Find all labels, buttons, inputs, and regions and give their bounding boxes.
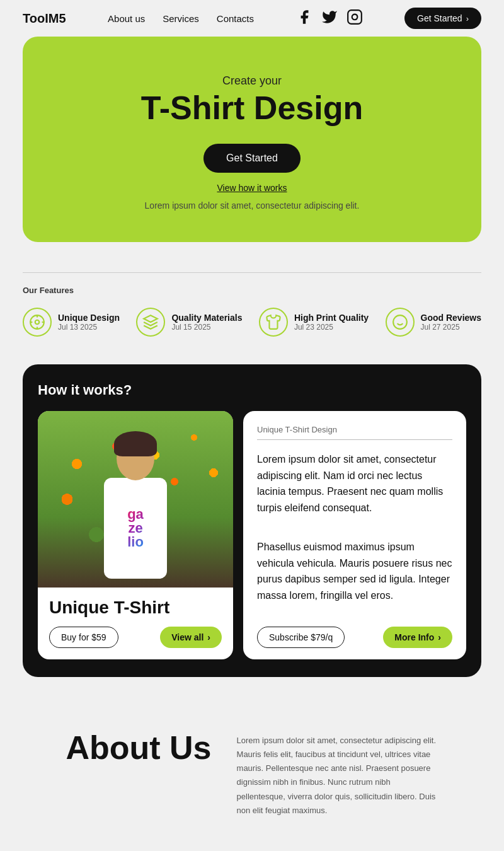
subscribe-button[interactable]: Subscribe $79/q bbox=[257, 627, 345, 648]
feature-date-3: Jul 27 2025 bbox=[421, 323, 481, 332]
right-card-paragraph1: Lorem ipsum dolor sit amet, consectetur … bbox=[257, 451, 452, 528]
svg-point-3 bbox=[35, 320, 40, 325]
layers-icon bbox=[136, 308, 165, 337]
palette-icon bbox=[23, 308, 52, 337]
left-card-title: Unique T-Shirt bbox=[49, 598, 222, 618]
brand-logo[interactable]: TooIM5 bbox=[23, 11, 66, 26]
feature-item-quality-materials: Quality Materials Jul 15 2025 bbox=[136, 308, 242, 337]
navbar-cta-arrow-icon: › bbox=[466, 14, 469, 23]
nav-link-contacts[interactable]: Contacts bbox=[217, 13, 254, 24]
how-it-works-section: How it works? gazelio Unique T-Shirt bbox=[23, 364, 481, 677]
person-image: gazelio bbox=[91, 436, 180, 588]
right-card-divider bbox=[257, 439, 452, 440]
features-title: Our Features bbox=[23, 286, 481, 295]
feature-date-2: Jul 23 2025 bbox=[294, 323, 369, 332]
more-info-arrow-icon: › bbox=[438, 632, 441, 642]
twitter-icon[interactable] bbox=[321, 9, 338, 28]
feature-item-print-quality: High Print Quality Jul 23 2025 bbox=[259, 308, 369, 337]
hero-view-link[interactable]: View how it works bbox=[48, 183, 456, 193]
navbar: TooIM5 About us Services Contacts Get St… bbox=[0, 0, 504, 37]
more-info-button[interactable]: More Info › bbox=[383, 627, 452, 648]
about-title: About Us bbox=[66, 730, 211, 766]
hero-description: Lorem ipsum dolor sit amet, consectetur … bbox=[48, 200, 456, 211]
nav-link-about[interactable]: About us bbox=[108, 13, 145, 24]
facebook-icon[interactable] bbox=[296, 9, 312, 28]
feature-name-2: High Print Quality bbox=[294, 313, 369, 323]
features-divider bbox=[23, 272, 481, 273]
svg-point-5 bbox=[393, 315, 407, 329]
left-card: gazelio Unique T-Shirt Buy for $59 View … bbox=[38, 411, 233, 659]
svg-marker-4 bbox=[144, 315, 158, 322]
view-all-arrow-icon: › bbox=[207, 632, 210, 642]
how-it-works-cards: gazelio Unique T-Shirt Buy for $59 View … bbox=[38, 411, 466, 659]
right-card-paragraph2: Phasellus euismod maximus ipsum vehicula… bbox=[257, 539, 452, 615]
feature-item-good-reviews: Good Reviews Jul 27 2025 bbox=[386, 308, 481, 337]
feature-name-0: Unique Design bbox=[58, 313, 120, 323]
about-text: Lorem ipsum dolor sit amet, consectetur … bbox=[237, 734, 438, 818]
feature-date-0: Jul 13 2025 bbox=[58, 323, 120, 332]
nav-links: About us Services Contacts bbox=[108, 13, 254, 24]
hero-get-started-button[interactable]: Get Started bbox=[203, 144, 301, 173]
feature-name-1: Quality Materials bbox=[171, 313, 242, 323]
smiley-icon bbox=[386, 308, 415, 337]
hero-section: Create your T-Shirt Design Get Started V… bbox=[23, 37, 481, 242]
buy-button[interactable]: Buy for $59 bbox=[49, 627, 118, 648]
navbar-get-started-button[interactable]: Get Started › bbox=[404, 8, 481, 29]
right-card: Unique T-Shirt Design Lorem ipsum dolor … bbox=[243, 411, 466, 659]
feature-name-3: Good Reviews bbox=[421, 313, 481, 323]
nav-link-services[interactable]: Services bbox=[163, 13, 199, 24]
feature-item-unique-design: Unique Design Jul 13 2025 bbox=[23, 308, 120, 337]
hero-subtitle: Create your bbox=[48, 74, 456, 88]
hero-title: T-Shirt Design bbox=[48, 90, 456, 126]
nav-social bbox=[296, 9, 363, 28]
how-it-works-title: How it works? bbox=[38, 382, 466, 398]
instagram-icon[interactable] bbox=[346, 9, 363, 28]
right-card-actions: Subscribe $79/q More Info › bbox=[257, 627, 452, 648]
right-card-tag: Unique T-Shirt Design bbox=[257, 425, 452, 434]
svg-rect-0 bbox=[348, 10, 362, 24]
features-section: Our Features Unique Design Jul 13 2025 bbox=[0, 257, 504, 347]
left-card-image: gazelio bbox=[38, 411, 233, 588]
features-grid: Unique Design Jul 13 2025 Quality Materi… bbox=[23, 308, 481, 337]
shirt-icon bbox=[259, 308, 288, 337]
view-all-button[interactable]: View all › bbox=[160, 627, 222, 648]
left-card-actions: Buy for $59 View all › bbox=[49, 627, 222, 648]
feature-date-1: Jul 15 2025 bbox=[171, 323, 242, 332]
about-section: About Us Lorem ipsum dolor sit amet, con… bbox=[0, 692, 504, 851]
